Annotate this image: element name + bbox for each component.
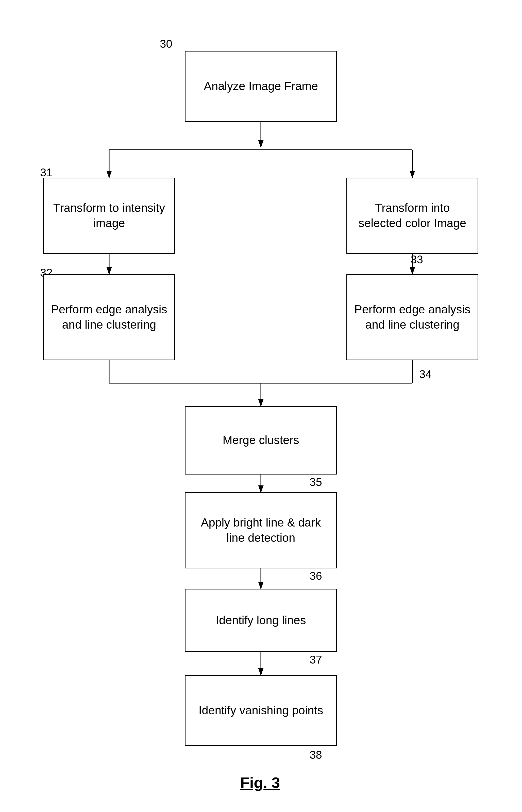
ref-35: 35 (309, 476, 322, 488)
ref-36: 36 (309, 570, 322, 582)
box-edge-analysis-left: Perform edge analysis and line clusterin… (43, 274, 175, 360)
ref-37: 37 (309, 653, 322, 666)
box-bright-dark-detection: Apply bright line & dark line detection (185, 492, 337, 568)
box-edge-analysis-right: Perform edge analysis and line clusterin… (346, 274, 478, 360)
box-identify-vanishing-points: Identify vanishing points (185, 675, 337, 746)
ref-33: 33 (410, 253, 423, 266)
box-analyze-image-frame: Analyze Image Frame (185, 51, 337, 122)
diagram-container: 30 Analyze Image Frame 31 Transform to i… (0, 0, 522, 812)
ref-34: 34 (419, 368, 431, 381)
box-transform-color: Transform into selected color Image (346, 178, 478, 254)
ref-38: 38 (309, 749, 322, 761)
box-merge-clusters: Merge clusters (185, 406, 337, 474)
figure-caption: Fig. 3 (203, 774, 317, 791)
box-transform-intensity: Transform to intensity image (43, 178, 175, 254)
ref-31: 31 (40, 166, 53, 179)
box-identify-long-lines: Identify long lines (185, 589, 337, 652)
ref-30: 30 (160, 38, 172, 50)
